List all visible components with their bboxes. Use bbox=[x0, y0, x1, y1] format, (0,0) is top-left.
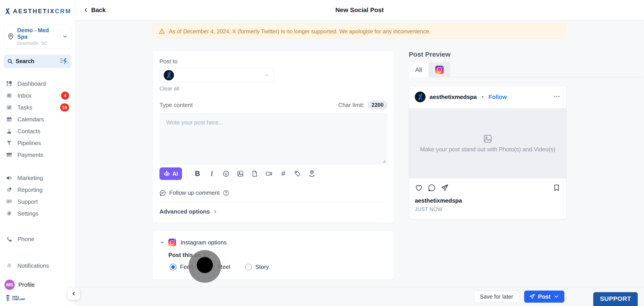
post-content-input[interactable] bbox=[160, 113, 388, 165]
map-pin-icon bbox=[7, 33, 14, 40]
support-button[interactable]: SUPPORT bbox=[593, 292, 638, 306]
quick-actions-ai-icon[interactable] bbox=[59, 58, 68, 65]
emoji-button[interactable] bbox=[220, 168, 232, 180]
info-circle-icon[interactable] bbox=[204, 252, 210, 258]
sidebar-item-calendars[interactable]: Calendars bbox=[4, 114, 71, 125]
sidebar-item-phone[interactable]: Phone bbox=[4, 233, 71, 245]
sidebar-item-reporting[interactable]: Reporting bbox=[4, 184, 71, 196]
follow-link[interactable]: Follow bbox=[488, 94, 507, 101]
instagram-options-title: Instagram options bbox=[180, 239, 227, 246]
italic-button[interactable]: I bbox=[206, 168, 218, 180]
post-this-as-row: Post this as bbox=[168, 252, 388, 258]
follow-up-label: Follow up comment bbox=[169, 189, 220, 196]
advanced-options-toggle[interactable]: Advanced options bbox=[160, 208, 388, 215]
type-content-label: Type content bbox=[160, 102, 193, 109]
brand-x-icon bbox=[4, 6, 11, 16]
instagram-icon bbox=[168, 239, 176, 246]
sidebar-collapse-button[interactable] bbox=[68, 288, 80, 300]
instagram-options-header[interactable]: Instagram options bbox=[160, 239, 388, 246]
megaphone-icon bbox=[6, 175, 12, 181]
sidebar-item-label: Calendars bbox=[18, 116, 69, 123]
location-button[interactable] bbox=[306, 168, 318, 180]
sidebar-item-label: Payments bbox=[18, 152, 69, 158]
search-input[interactable]: Search bbox=[4, 55, 71, 68]
clear-all-link[interactable]: Clear all bbox=[160, 86, 179, 92]
sidebar-item-label: Dashboard bbox=[18, 80, 69, 87]
bottom-action-bar: Save for later Post bbox=[75, 287, 644, 306]
sidebar-item-label: Notifications bbox=[18, 262, 69, 269]
sidebar: AESTHETIXCRM Demo - Med Spa Greenville, … bbox=[0, 0, 75, 306]
warning-text: As of December 4, 2024, X (formerly Twit… bbox=[169, 28, 431, 35]
chevron-left-icon bbox=[83, 8, 88, 13]
tab-instagram[interactable] bbox=[428, 62, 450, 78]
post-type-radio-group: Feed Reel Story bbox=[170, 263, 388, 270]
chat-bubble-icon bbox=[6, 198, 12, 205]
preview-media-placeholder: Make your post stand out with Photo(s) a… bbox=[409, 108, 566, 178]
sidebar-item-pipelines[interactable]: Pipelines bbox=[4, 137, 71, 149]
help-circle-icon[interactable] bbox=[223, 190, 230, 196]
location-texts: Demo - Med Spa Greenville, SC bbox=[17, 27, 60, 46]
radio-option-feed[interactable]: Feed bbox=[170, 263, 193, 270]
sidebar-nav: Dashboard Inbox 4 Tasks 15 Cale bbox=[4, 78, 71, 220]
preview-actions bbox=[409, 178, 566, 194]
bookmark-icon[interactable] bbox=[552, 184, 560, 192]
heart-icon[interactable] bbox=[415, 184, 423, 192]
radio-selected-icon bbox=[170, 264, 176, 270]
sidebar-item-label: Contacts bbox=[18, 128, 69, 135]
bell-icon bbox=[6, 262, 12, 269]
sidebar-item-settings[interactable]: Settings bbox=[4, 208, 71, 220]
content-area: As of December 4, 2024, X (formerly Twit… bbox=[75, 20, 644, 287]
image-button[interactable] bbox=[234, 168, 246, 180]
tag-button[interactable] bbox=[292, 168, 304, 180]
radio-option-story[interactable]: Story bbox=[245, 263, 269, 270]
inbox-badge: 4 bbox=[61, 92, 69, 100]
sidebar-item-support[interactable]: Support bbox=[4, 196, 71, 208]
ellipsis-icon bbox=[553, 93, 560, 100]
chevron-down-icon bbox=[62, 34, 68, 39]
save-for-later-button[interactable]: Save for later bbox=[474, 290, 519, 303]
char-limit: Char limit: 2200 bbox=[338, 100, 388, 110]
back-button[interactable]: Back bbox=[83, 7, 106, 14]
chevron-left-icon bbox=[71, 291, 76, 296]
radio-option-reel[interactable]: Reel bbox=[208, 263, 230, 270]
post-button[interactable]: Post bbox=[524, 290, 564, 303]
hashtag-button[interactable]: # bbox=[277, 168, 289, 180]
sidebar-item-contacts[interactable]: Contacts bbox=[4, 125, 71, 137]
post-to-select[interactable] bbox=[160, 68, 274, 82]
comment-icon[interactable] bbox=[428, 184, 436, 192]
sidebar-item-marketing[interactable]: Marketing bbox=[4, 172, 71, 184]
send-icon bbox=[529, 293, 535, 300]
tab-all[interactable]: All bbox=[409, 62, 428, 78]
location-city: Greenville, SC bbox=[17, 41, 60, 46]
brand-x-icon bbox=[416, 93, 424, 101]
resize-handle-icon[interactable] bbox=[382, 159, 386, 163]
share-icon[interactable] bbox=[441, 184, 449, 192]
more-options-button[interactable] bbox=[553, 93, 560, 101]
preview-avatar bbox=[415, 92, 426, 102]
bold-button[interactable]: B bbox=[192, 168, 204, 180]
sidebar-item-profile[interactable]: MS Profile bbox=[4, 278, 71, 291]
file-button[interactable] bbox=[249, 168, 261, 180]
contacts-icon bbox=[6, 128, 12, 135]
profile-avatar: MS bbox=[4, 279, 15, 290]
phone-icon bbox=[6, 236, 12, 243]
post-to-label: Post to bbox=[160, 58, 388, 65]
location-selector[interactable]: Demo - Med Spa Greenville, SC bbox=[4, 24, 71, 49]
chevron-down-icon bbox=[264, 72, 270, 78]
sidebar-nav-secondary: Marketing Reporting Support bbox=[4, 172, 71, 220]
video-button[interactable] bbox=[263, 168, 275, 180]
sidebar-item-tasks[interactable]: Tasks 15 bbox=[4, 102, 71, 114]
sidebar-item-payments[interactable]: Payments bbox=[4, 149, 71, 161]
calendar-icon bbox=[6, 116, 12, 123]
sidebar-item-notifications[interactable]: Notifications bbox=[4, 260, 71, 271]
selected-account-chip bbox=[164, 70, 174, 80]
ai-assistant-button[interactable]: AI bbox=[160, 167, 182, 180]
type-content-row: Type content Char limit: 2200 bbox=[160, 100, 388, 110]
follow-up-comment-toggle[interactable]: Follow up comment bbox=[160, 189, 388, 196]
sidebar-item-inbox[interactable]: Inbox 4 bbox=[4, 90, 71, 102]
content-container: As of December 4, 2024, X (formerly Twit… bbox=[152, 24, 567, 279]
sidebar-item-dashboard[interactable]: Dashboard bbox=[4, 78, 71, 90]
advanced-options-label: Advanced options bbox=[160, 208, 210, 215]
app: AESTHETIXCRM Demo - Med Spa Greenville, … bbox=[0, 0, 644, 306]
instagram-options-card: Instagram options Post this as Feed bbox=[152, 231, 394, 279]
